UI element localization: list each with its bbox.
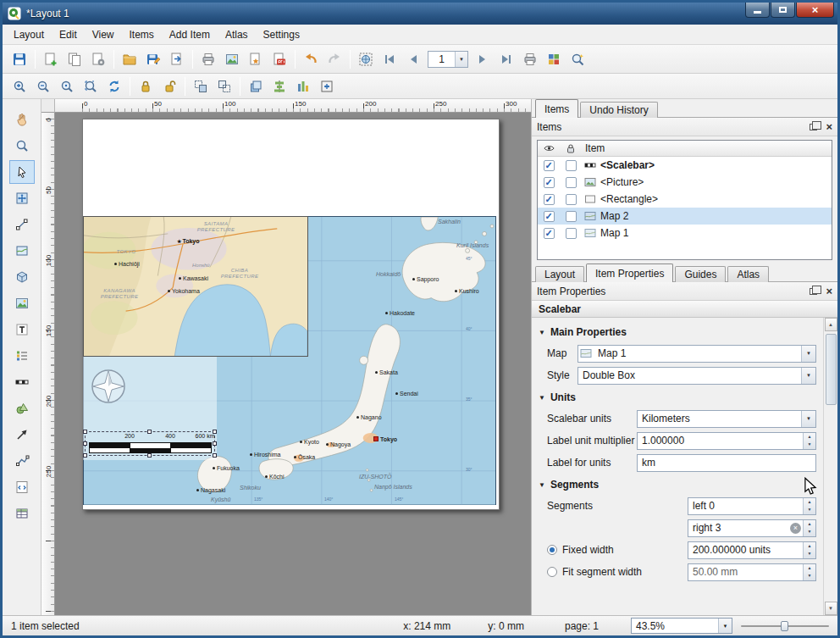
spin-up-icon[interactable]: ▲	[804, 542, 815, 551]
close-button[interactable]: ×	[796, 3, 834, 18]
new-layout-button[interactable]	[39, 48, 63, 70]
zoom-full-button[interactable]	[79, 75, 102, 97]
float-panel-icon[interactable]	[810, 124, 817, 130]
export-svg-button[interactable]	[244, 48, 268, 70]
float-panel-icon[interactable]	[810, 288, 817, 295]
save-as-template-button[interactable]	[141, 48, 165, 70]
add-arrow-tool[interactable]	[9, 423, 35, 447]
map-combo[interactable]: Map 1 ▼	[578, 345, 816, 363]
segments-right-spin[interactable]: right 3 × ▲▼	[688, 519, 816, 537]
north-arrow-item[interactable]	[90, 368, 127, 405]
lock-checkbox[interactable]	[566, 211, 577, 222]
distribute-items-button[interactable]	[291, 75, 315, 97]
redo-button[interactable]	[323, 48, 346, 70]
menu-settings[interactable]: Settings	[256, 25, 307, 44]
add-3d-map-tool[interactable]	[9, 265, 35, 289]
scalebar-item[interactable]: 200 400 600 km	[85, 431, 215, 456]
group-items-button[interactable]	[189, 75, 213, 97]
unlock-items-button[interactable]	[158, 75, 181, 97]
tab-items[interactable]: Items	[535, 99, 578, 118]
select-move-tool[interactable]	[9, 160, 35, 184]
tab-atlas[interactable]: Atlas	[727, 266, 769, 282]
zoom-slider[interactable]	[741, 619, 829, 633]
fixed-width-spin[interactable]: 200.000000 units ▲▼	[688, 541, 816, 559]
chevron-down-icon[interactable]: ▼	[801, 411, 815, 427]
label-for-units-input[interactable]: km	[637, 454, 816, 472]
chevron-down-icon[interactable]: ▼	[801, 368, 815, 384]
save-project-button[interactable]	[8, 48, 31, 70]
spin-down-icon[interactable]: ▼	[804, 572, 815, 580]
add-shape-tool[interactable]	[9, 397, 35, 420]
item-row-rectangle[interactable]: ✓ <Rectangle>	[538, 191, 832, 208]
label-unit-multiplier-spin[interactable]: 1.000000 ▲▼	[637, 432, 816, 450]
spin-up-icon[interactable]: ▲	[804, 498, 815, 507]
lock-checkbox[interactable]	[566, 160, 577, 171]
spin-up-icon[interactable]: ▲	[804, 564, 815, 573]
next-feature-button[interactable]	[471, 48, 495, 70]
lock-items-button[interactable]	[134, 75, 158, 97]
spin-down-icon[interactable]: ▼	[804, 506, 815, 514]
minimize-button[interactable]	[745, 3, 770, 18]
zoom-in-button[interactable]	[8, 75, 31, 97]
duplicate-layout-button[interactable]	[63, 48, 86, 70]
visibility-checkbox[interactable]: ✓	[544, 211, 555, 222]
horizontal-ruler[interactable]: 0 50 100 150 200 250 300	[55, 99, 531, 113]
pan-tool[interactable]	[9, 108, 35, 131]
tab-item-properties[interactable]: Item Properties	[586, 264, 673, 282]
group-segments[interactable]: ▼ Segments	[532, 475, 823, 493]
fit-segment-width-spin[interactable]: 50.00 mm ▲▼	[688, 563, 816, 581]
zoom-out-button[interactable]	[31, 75, 55, 97]
close-panel-icon[interactable]: ×	[826, 122, 832, 132]
raise-items-button[interactable]	[244, 75, 268, 97]
move-content-tool[interactable]	[9, 186, 35, 210]
previous-feature-button[interactable]	[401, 48, 425, 70]
preview-atlas-button[interactable]	[354, 48, 378, 70]
layout-page[interactable]: Sakhalin Kuril Islands Sapporo Hokkaidō …	[82, 119, 500, 510]
titlebar[interactable]: *Layout 1 ×	[3, 3, 837, 25]
add-html-tool[interactable]	[9, 475, 35, 499]
item-row-map2[interactable]: ✓ Map 2	[538, 208, 832, 225]
scalebar-units-combo[interactable]: Kilometers ▼	[637, 410, 816, 428]
add-map-tool[interactable]	[9, 239, 35, 263]
print-button[interactable]	[196, 48, 220, 70]
layout-canvas[interactable]: Sakhalin Kuril Islands Sapporo Hokkaidō …	[55, 113, 531, 615]
resize-handle[interactable]	[213, 441, 217, 446]
menu-view[interactable]: View	[85, 25, 122, 44]
align-items-button[interactable]	[268, 75, 291, 97]
visibility-checkbox[interactable]: ✓	[544, 177, 555, 188]
add-picture-tool[interactable]	[9, 291, 35, 315]
vertical-ruler[interactable]: 0 50 100 150 200 250	[41, 113, 55, 615]
export-image-button[interactable]	[220, 48, 244, 70]
atlas-page-combo[interactable]: 1 ▼	[428, 51, 468, 68]
zoom-actual-button[interactable]	[55, 75, 79, 97]
add-attribute-table-tool[interactable]	[9, 502, 35, 525]
group-main-properties[interactable]: ▼ Main Properties	[532, 323, 823, 341]
lock-checkbox[interactable]	[566, 228, 577, 239]
export-pdf-button[interactable]	[268, 48, 291, 70]
menu-edit[interactable]: Edit	[52, 25, 85, 44]
fit-segment-width-radio[interactable]	[547, 567, 557, 577]
item-row-map1[interactable]: ✓ Map 1	[538, 225, 832, 241]
close-panel-icon[interactable]: ×	[826, 286, 832, 297]
resize-items-button[interactable]	[315, 75, 339, 97]
add-scalebar-tool[interactable]	[9, 370, 35, 394]
spin-up-icon[interactable]: ▲	[804, 433, 815, 441]
resize-handle[interactable]	[83, 430, 87, 434]
resize-handle[interactable]	[213, 453, 217, 458]
spin-down-icon[interactable]: ▼	[804, 441, 815, 449]
menu-add-item[interactable]: Add Item	[162, 25, 218, 44]
group-units[interactable]: ▼ Units	[532, 388, 823, 406]
add-label-tool[interactable]	[9, 318, 35, 341]
add-pages-button[interactable]	[165, 48, 189, 70]
spin-down-icon[interactable]: ▼	[804, 528, 815, 536]
spin-up-icon[interactable]: ▲	[804, 520, 815, 529]
atlas-settings-button[interactable]	[566, 48, 589, 70]
properties-scroll-area[interactable]: ▼ Main Properties Map Map 1 ▼	[532, 318, 823, 615]
visibility-checkbox[interactable]: ✓	[544, 228, 555, 239]
lock-checkbox[interactable]	[566, 194, 577, 205]
clear-value-icon[interactable]: ×	[790, 523, 801, 534]
segments-left-spin[interactable]: left 0 ▲▼	[688, 497, 816, 515]
map1-item[interactable]: SAITAMA PREFECTURE TOKYO ★Tokyo Hachiōji…	[83, 216, 308, 357]
menu-atlas[interactable]: Atlas	[218, 25, 256, 44]
edit-nodes-tool[interactable]	[9, 213, 35, 236]
